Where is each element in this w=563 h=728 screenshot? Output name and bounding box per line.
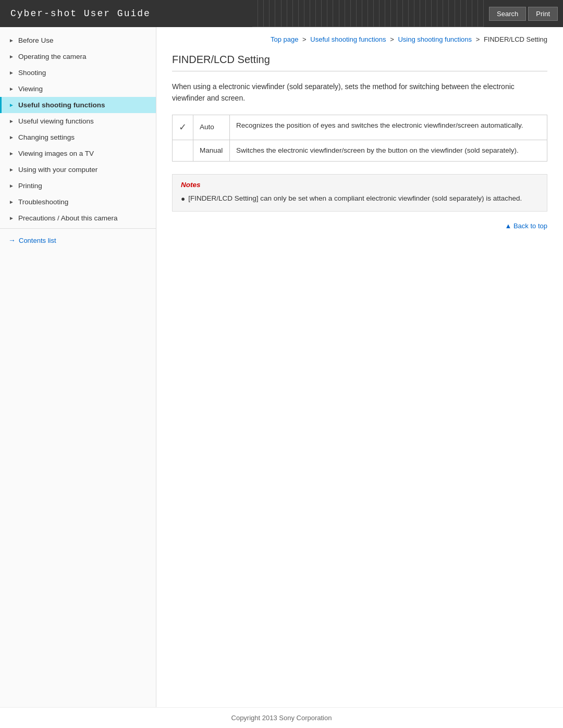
- sidebar-label-11: Precautions / About this camera: [18, 214, 118, 222]
- sidebar-label-10: Troubleshooting: [18, 198, 68, 206]
- copyright-text: Copyright 2013 Sony Corporation: [231, 714, 332, 722]
- sidebar-arrow-9: ►: [9, 183, 14, 189]
- print-button[interactable]: Print: [528, 7, 558, 21]
- arrow-right-icon: →: [8, 236, 16, 244]
- sidebar-label-3: Viewing: [18, 85, 43, 93]
- breadcrumb-sep3: >: [476, 35, 482, 43]
- sidebar-label-9: Printing: [18, 182, 42, 190]
- page-description: When using a electronic viewfinder (sold…: [172, 81, 547, 104]
- breadcrumb-useful-shooting[interactable]: Useful shooting functions: [310, 35, 386, 43]
- breadcrumb-top-page[interactable]: Top page: [271, 35, 299, 43]
- settings-desc-1: Switches the electronic viewfinder/scree…: [230, 140, 547, 161]
- breadcrumb-current: FINDER/LCD Setting: [484, 35, 547, 43]
- main-container: ►Before Use►Operating the camera►Shootin…: [0, 27, 563, 707]
- header-buttons: Search Print: [484, 0, 563, 27]
- settings-icon-0: ✓: [173, 115, 193, 140]
- sidebar-item-1[interactable]: ►Operating the camera: [0, 48, 156, 65]
- header-grid-decoration: [252, 0, 484, 27]
- content-area: Top page > Useful shooting functions > U…: [156, 27, 563, 707]
- breadcrumb-sep1: >: [302, 35, 308, 43]
- back-to-top: ▲ Back to top: [172, 222, 547, 230]
- header: Cyber-shot User Guide Search Print: [0, 0, 563, 27]
- sidebar-label-0: Before Use: [18, 36, 54, 44]
- sidebar-item-3[interactable]: ►Viewing: [0, 81, 156, 97]
- sidebar-label-4: Useful shooting functions: [18, 101, 105, 109]
- sidebar-arrow-4: ►: [9, 102, 14, 108]
- sidebar-item-5[interactable]: ►Useful viewing functions: [0, 113, 156, 129]
- sidebar-label-7: Viewing images on a TV: [18, 150, 94, 157]
- sidebar-label-8: Using with your computer: [18, 166, 97, 174]
- notes-item-0: ●[FINDER/LCD Setting] can only be set wh…: [181, 193, 538, 205]
- settings-row-1: Manual Switches the electronic viewfinde…: [173, 140, 547, 161]
- sidebar-arrow-3: ►: [9, 86, 14, 92]
- sidebar: ►Before Use►Operating the camera►Shootin…: [0, 27, 156, 707]
- sidebar-label-1: Operating the camera: [18, 53, 87, 60]
- breadcrumb: Top page > Useful shooting functions > U…: [172, 35, 547, 45]
- settings-icon-1: [173, 140, 193, 161]
- sidebar-arrow-6: ►: [9, 134, 14, 140]
- settings-desc-0: Recognizes the position of eyes and swit…: [230, 115, 547, 140]
- notes-title: Notes: [181, 181, 538, 189]
- search-button[interactable]: Search: [489, 7, 526, 21]
- sidebar-arrow-8: ►: [9, 167, 14, 172]
- sidebar-arrow-10: ►: [9, 199, 14, 205]
- sidebar-item-8[interactable]: ►Using with your computer: [0, 162, 156, 178]
- sidebar-arrow-7: ►: [9, 151, 14, 156]
- contents-list-label: Contents list: [19, 237, 56, 244]
- sidebar-item-2[interactable]: ►Shooting: [0, 65, 156, 81]
- sidebar-arrow-1: ►: [9, 54, 14, 59]
- sidebar-arrow-2: ►: [9, 70, 14, 76]
- breadcrumb-sep2: >: [390, 35, 396, 43]
- sidebar-item-6[interactable]: ►Changing settings: [0, 129, 156, 145]
- sidebar-item-4[interactable]: ►Useful shooting functions: [0, 97, 156, 113]
- contents-list-link[interactable]: → Contents list: [0, 231, 156, 250]
- sidebar-arrow-5: ►: [9, 118, 14, 124]
- page-title: FINDER/LCD Setting: [172, 54, 547, 71]
- sidebar-item-10[interactable]: ►Troubleshooting: [0, 194, 156, 210]
- settings-row-0: ✓ Auto Recognizes the position of eyes a…: [173, 115, 547, 140]
- breadcrumb-using-shooting[interactable]: Using shooting functions: [398, 35, 472, 43]
- sidebar-arrow-0: ►: [9, 38, 14, 43]
- back-to-top-link[interactable]: ▲ Back to top: [505, 222, 547, 230]
- sidebar-arrow-11: ►: [9, 215, 14, 221]
- sidebar-label-5: Useful viewing functions: [18, 117, 94, 125]
- sidebar-item-11[interactable]: ►Precautions / About this camera: [0, 210, 156, 226]
- notes-section: Notes ●[FINDER/LCD Setting] can only be …: [172, 174, 547, 212]
- settings-label-0: Auto: [193, 115, 230, 140]
- sidebar-label-2: Shooting: [18, 69, 46, 77]
- sidebar-divider: [0, 228, 156, 229]
- footer: Copyright 2013 Sony Corporation: [0, 707, 563, 728]
- notes-text-0: [FINDER/LCD Setting] can only be set whe…: [188, 193, 522, 204]
- sidebar-item-0[interactable]: ►Before Use: [0, 32, 156, 48]
- sidebar-item-7[interactable]: ►Viewing images on a TV: [0, 145, 156, 162]
- header-title-area: Cyber-shot User Guide: [0, 0, 252, 27]
- notes-bullet-0: ●: [181, 193, 185, 205]
- header-title: Cyber-shot User Guide: [10, 8, 151, 19]
- sidebar-item-9[interactable]: ►Printing: [0, 178, 156, 194]
- sidebar-label-6: Changing settings: [18, 133, 75, 141]
- settings-table: ✓ Auto Recognizes the position of eyes a…: [172, 115, 547, 162]
- settings-label-1: Manual: [193, 140, 230, 161]
